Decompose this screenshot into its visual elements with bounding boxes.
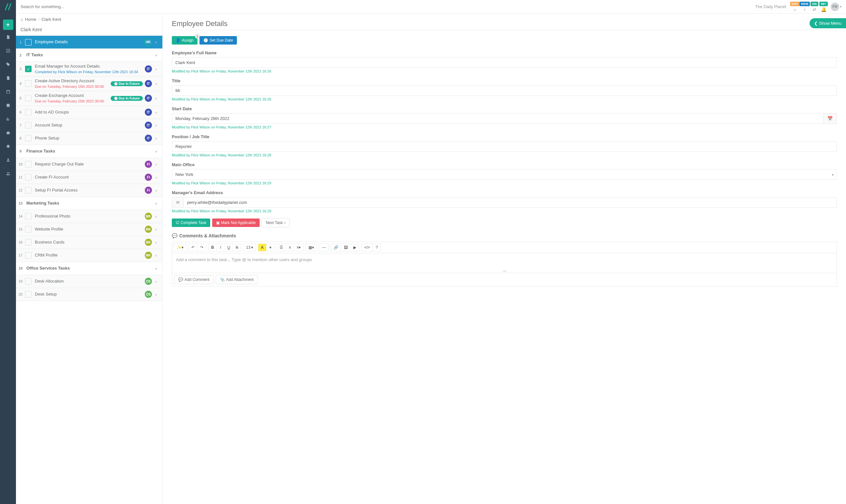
nav-files-icon[interactable]: [0, 72, 16, 85]
chevron-icon[interactable]: ‹: [153, 40, 159, 44]
next-task-button[interactable]: Next Task ›: [262, 218, 289, 227]
chevron-icon[interactable]: ›: [153, 214, 159, 219]
logo[interactable]: [0, 0, 16, 14]
title-input[interactable]: [172, 85, 837, 96]
task-row[interactable]: 7 Account Setup IT ›: [16, 119, 162, 132]
chevron-icon[interactable]: ›: [153, 123, 159, 128]
task-row[interactable]: 10 Request Charge Out Rate FI ›: [16, 158, 162, 171]
nav-settings-icon[interactable]: [0, 140, 16, 153]
chevron-icon[interactable]: ›: [153, 96, 159, 101]
chevron-icon[interactable]: ›: [153, 67, 159, 72]
chevron-icon[interactable]: ›: [153, 279, 159, 284]
nav-briefcase-icon[interactable]: [0, 126, 16, 139]
task-checkbox[interactable]: [25, 291, 32, 298]
chevron-icon[interactable]: ›: [153, 175, 159, 180]
task-checkbox[interactable]: [25, 122, 32, 128]
add-attachment-button[interactable]: 📎 Add Attachment: [216, 275, 258, 284]
calendar-picker-button[interactable]: 📅: [824, 113, 837, 124]
chevron-icon[interactable]: ›: [153, 162, 159, 167]
list-ul-icon[interactable]: ☰: [277, 244, 286, 251]
task-checkbox[interactable]: [25, 161, 32, 167]
task-checkbox[interactable]: [25, 187, 32, 194]
link-icon[interactable]: 🔗: [331, 244, 341, 251]
assign-button[interactable]: 👤 Assign: [172, 36, 197, 44]
image-icon[interactable]: 🖼: [341, 244, 351, 251]
nav-tasks-icon[interactable]: [0, 44, 16, 57]
task-checkbox[interactable]: ✓: [25, 66, 32, 72]
set-due-date-button[interactable]: 🕐 Set Due Date: [199, 36, 237, 44]
add-comment-button[interactable]: 💬 Add Comment: [174, 275, 214, 284]
video-icon[interactable]: ▶: [351, 244, 359, 251]
position-input[interactable]: [172, 141, 837, 152]
task-row[interactable]: 8 Phone Setup IT ›: [16, 132, 162, 145]
task-row[interactable]: 14 Professional Photo MK ›: [16, 210, 162, 223]
bell-icon[interactable]: 🔔: [819, 7, 828, 12]
task-section-row[interactable]: 9 Finance Tasks ›: [16, 145, 162, 158]
bulb-icon[interactable]: ♀: [800, 7, 809, 12]
task-section-row[interactable]: 13 Marketing Tasks ›: [16, 197, 162, 210]
task-checkbox[interactable]: [25, 135, 32, 141]
task-checkbox[interactable]: [25, 95, 32, 102]
task-checkbox[interactable]: [25, 278, 32, 285]
chevron-icon[interactable]: ›: [153, 136, 159, 141]
bold-icon[interactable]: B: [209, 244, 217, 251]
color-icon[interactable]: A: [258, 244, 267, 251]
task-row[interactable]: 20 Desk Setup OS ›: [16, 288, 162, 301]
align-icon[interactable]: ≡▾: [294, 244, 303, 251]
chevron-icon[interactable]: ›: [153, 110, 159, 115]
nav-user-icon[interactable]: [0, 154, 16, 166]
mark-not-applicable-button[interactable]: ▣ Mark Not Applicable: [212, 218, 260, 227]
complete-task-button[interactable]: ☑ Complete Task: [172, 218, 210, 227]
nav-book-icon[interactable]: [0, 99, 16, 112]
task-checkbox[interactable]: [25, 174, 32, 180]
task-checkbox[interactable]: [25, 252, 32, 258]
nav-users-icon[interactable]: [0, 167, 16, 180]
comment-textarea[interactable]: Add a comment to this task... Type @ to …: [172, 253, 836, 270]
task-checkbox[interactable]: [25, 239, 32, 246]
task-row[interactable]: 15 Website Profile MK ›: [16, 223, 162, 236]
task-checkbox[interactable]: [25, 109, 32, 115]
task-checkbox[interactable]: [25, 226, 32, 233]
add-button[interactable]: +: [3, 19, 13, 30]
chevron-right-icon[interactable]: ›: [153, 149, 159, 154]
strike-icon[interactable]: S: [233, 244, 241, 251]
editor-resize-handle[interactable]: ≡≡≡: [172, 270, 836, 273]
chevron-icon[interactable]: ›: [153, 81, 159, 86]
chevron-icon[interactable]: ›: [153, 227, 159, 232]
sun-icon[interactable]: ☼: [790, 7, 799, 12]
fullname-input[interactable]: [172, 57, 837, 68]
task-row[interactable]: 11 Create FI Account FI ›: [16, 171, 162, 184]
chevron-right-icon[interactable]: ›: [153, 266, 159, 271]
manager-email-input[interactable]: [183, 197, 837, 208]
chevron-right-icon[interactable]: ›: [153, 201, 159, 206]
undo-icon[interactable]: ↶: [189, 244, 197, 251]
task-row[interactable]: 3 ✓ Email Manager for Account Details Co…: [16, 62, 162, 76]
task-row[interactable]: 4 Create Active Directory Account Due on…: [16, 76, 162, 91]
task-row[interactable]: 17 CRM Profile MK ›: [16, 249, 162, 262]
task-row[interactable]: 6 Add to AD Groups IT ›: [16, 106, 162, 119]
table-icon[interactable]: ▦▾: [306, 244, 317, 251]
redo-icon[interactable]: ↷: [197, 244, 206, 251]
task-row[interactable]: 19 Desk Allocation OS ›: [16, 275, 162, 288]
task-row[interactable]: 5 Create Exchange Account Due on Tuesday…: [16, 91, 162, 106]
underline-icon[interactable]: U: [225, 244, 233, 251]
task-checkbox[interactable]: [25, 39, 32, 46]
chevron-icon[interactable]: ›: [153, 240, 159, 245]
task-row[interactable]: 16 Business Cards MK ›: [16, 236, 162, 249]
breadcrumb-home[interactable]: Home: [25, 17, 36, 22]
nav-calendar-icon[interactable]: [0, 85, 16, 98]
task-section-row[interactable]: 18 Office Services Tasks ›: [16, 262, 162, 275]
nav-reports-icon[interactable]: [0, 112, 16, 126]
task-section-row[interactable]: 2 IT Tasks ›: [16, 49, 162, 62]
user-menu-caret[interactable]: ▾: [840, 5, 842, 8]
toggle-icon[interactable]: ⇄: [810, 7, 819, 12]
hr-icon[interactable]: —: [319, 244, 328, 251]
task-row[interactable]: 12 Setup FI Portal Access FI ›: [16, 184, 162, 197]
chevron-icon[interactable]: ›: [153, 253, 159, 258]
color-caret[interactable]: ▾: [266, 244, 274, 251]
nav-tags-icon[interactable]: [0, 58, 16, 71]
task-checkbox[interactable]: [25, 213, 32, 219]
code-icon[interactable]: </>: [362, 244, 373, 251]
chevron-right-icon[interactable]: ›: [153, 53, 159, 57]
show-menu-button[interactable]: ❮ Show Menu: [810, 18, 846, 28]
